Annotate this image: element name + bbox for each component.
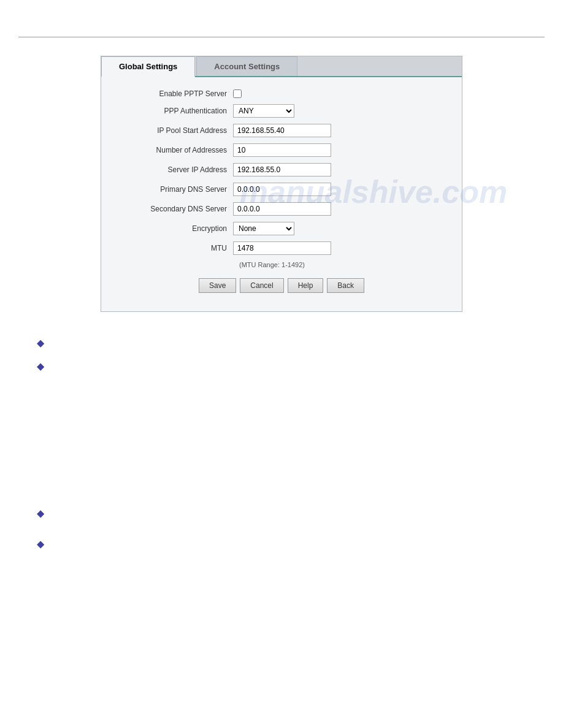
ppp-auth-row: PPP Authentication ANY PAP CHAP MS-CHAP	[120, 104, 443, 118]
primary-dns-row: Primary DNS Server	[120, 183, 443, 196]
enable-pptp-checkbox[interactable]	[233, 89, 242, 98]
diamond-bullet-icon: ◆	[37, 538, 44, 550]
back-button[interactable]: Back	[327, 278, 364, 293]
server-ip-row: Server IP Address	[120, 163, 443, 176]
list-item: ◆	[18, 336, 545, 349]
ppp-auth-select[interactable]: ANY PAP CHAP MS-CHAP	[233, 104, 294, 118]
enable-pptp-label: Enable PPTP Server	[120, 89, 233, 98]
list-item: ◆	[18, 507, 545, 519]
tab-account-settings[interactable]: Account Settings	[196, 56, 297, 76]
list-item: ◆	[18, 360, 545, 372]
server-ip-input[interactable]	[233, 163, 331, 176]
diamond-bullet-icon: ◆	[37, 360, 44, 372]
list-item: ◆	[18, 537, 545, 550]
mtu-row: MTU	[120, 241, 443, 255]
button-row: Save Cancel Help Back	[120, 278, 443, 293]
secondary-dns-input[interactable]	[233, 202, 331, 216]
cancel-button[interactable]: Cancel	[240, 278, 283, 293]
ip-pool-row: IP Pool Start Address	[120, 124, 443, 137]
help-button[interactable]: Help	[288, 278, 324, 293]
primary-dns-input[interactable]	[233, 183, 331, 196]
global-settings-form: Enable PPTP Server PPP Authentication AN…	[101, 77, 462, 311]
num-addresses-input[interactable]	[233, 143, 331, 157]
ppp-auth-label: PPP Authentication	[120, 107, 233, 115]
num-addresses-row: Number of Addresses	[120, 143, 443, 157]
mtu-hint: (MTU Range: 1-1492)	[239, 261, 443, 268]
encryption-row: Encryption None MPPE 40 MPPE 128	[120, 222, 443, 235]
main-content: Global Settings Account Settings Enable …	[0, 37, 563, 330]
diamond-bullet-icon: ◆	[37, 337, 44, 349]
encryption-label: Encryption	[120, 224, 233, 233]
diamond-bullet-icon: ◆	[37, 507, 44, 519]
settings-panel: Global Settings Account Settings Enable …	[101, 56, 462, 312]
secondary-dns-label: Secondary DNS Server	[120, 205, 233, 213]
tab-bar: Global Settings Account Settings	[101, 56, 462, 77]
enable-pptp-row: Enable PPTP Server	[120, 89, 443, 98]
mtu-label: MTU	[120, 244, 233, 252]
tab-global-settings[interactable]: Global Settings	[101, 56, 195, 77]
primary-dns-label: Primary DNS Server	[120, 185, 233, 194]
mtu-input[interactable]	[233, 241, 331, 255]
save-button[interactable]: Save	[199, 278, 236, 293]
ip-pool-label: IP Pool Start Address	[120, 126, 233, 135]
bullet-section: ◆ ◆ ◆ ◆	[18, 336, 545, 550]
num-addresses-label: Number of Addresses	[120, 146, 233, 154]
server-ip-label: Server IP Address	[120, 165, 233, 174]
secondary-dns-row: Secondary DNS Server	[120, 202, 443, 216]
ip-pool-input[interactable]	[233, 124, 331, 137]
encryption-select[interactable]: None MPPE 40 MPPE 128	[233, 222, 294, 235]
